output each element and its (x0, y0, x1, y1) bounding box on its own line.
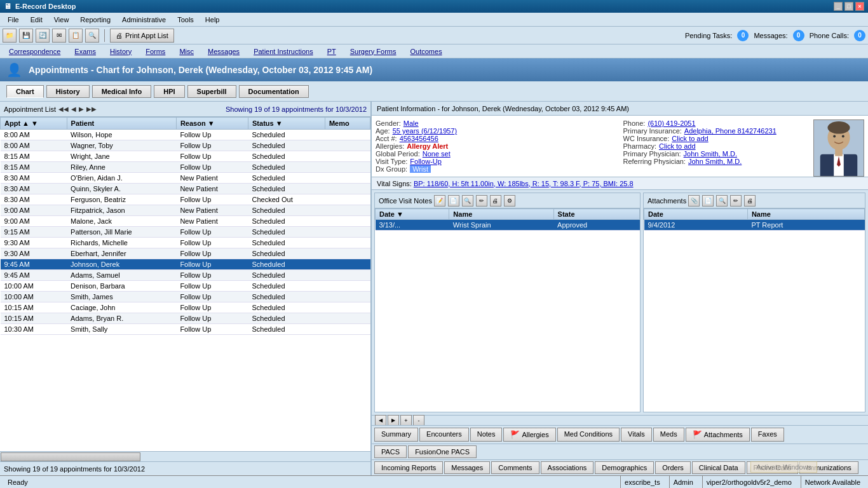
tab-chart[interactable]: Chart (6, 85, 44, 98)
btab-notes[interactable]: Notes (470, 428, 503, 442)
extra-btn-2[interactable]: - (413, 415, 424, 426)
menu-view[interactable]: View (49, 15, 74, 25)
att-btn-3[interactable]: 🔍 (716, 195, 728, 207)
visit-type-value[interactable]: Follow-Up (410, 158, 442, 165)
toolbar-btn-6[interactable]: 🔍 (85, 29, 99, 43)
gender-value[interactable]: Male (403, 119, 419, 127)
btab-pacs[interactable]: PACS (374, 445, 407, 458)
table-row[interactable]: 10:15 AM Adams, Bryan R. Follow Up Sched… (1, 313, 370, 324)
btab-attachments[interactable]: 🚩Attachments (686, 428, 750, 442)
nav-pt[interactable]: PT (321, 46, 342, 57)
menu-file[interactable]: File (3, 15, 24, 25)
ovn-col-name[interactable]: Name (449, 209, 553, 220)
menu-tools[interactable]: Tools (172, 15, 199, 25)
btab-summary[interactable]: Summary (374, 428, 418, 442)
ovn-btn-4[interactable]: ✏ (476, 195, 487, 207)
toolbar-btn-5[interactable]: 📋 (69, 29, 83, 43)
allergies-value[interactable]: Allergy Alert (407, 142, 448, 150)
btab-clinical-data[interactable]: Clinical Data (692, 461, 745, 474)
menu-reporting[interactable]: Reporting (75, 15, 116, 25)
nav-exams[interactable]: Exams (68, 46, 102, 57)
ovn-btn-5[interactable]: 🖨 (490, 195, 501, 207)
att-btn-1[interactable]: 📎 (688, 195, 700, 207)
btab-incoming-reports[interactable]: Incoming Reports (374, 461, 443, 474)
col-reason[interactable]: Reason ▼ (176, 118, 248, 130)
dx-group-value[interactable]: Wrist (410, 165, 431, 173)
att-col-date[interactable]: Date (644, 209, 748, 220)
primary-phys-value[interactable]: John Smith, M.D. (684, 150, 737, 158)
nav-patient-instructions[interactable]: Patient Instructions (247, 46, 320, 57)
ovn-btn-6[interactable]: ⚙ (504, 195, 515, 207)
tab-hpi[interactable]: HPI (154, 85, 184, 98)
toolbar-btn-3[interactable]: 🔄 (36, 29, 50, 43)
btab-messages[interactable]: Messages (444, 461, 490, 474)
nav-misc[interactable]: Misc (173, 46, 200, 57)
table-row[interactable]: 9:30 AM Richards, Michelle Follow Up Sch… (1, 238, 370, 248)
print-appt-button[interactable]: 🖨 Print Appt List (110, 29, 174, 43)
btab-associations[interactable]: Associations (541, 461, 594, 474)
phone-calls-count[interactable]: 0 (854, 30, 865, 41)
nav-correspondence[interactable]: Correspondence (3, 46, 67, 57)
age-value[interactable]: 55 years (6/12/1957) (393, 127, 458, 135)
tab-medical-info[interactable]: Medical Info (92, 85, 152, 98)
table-row[interactable]: 9:45 AM Johnson, Derek Follow Up Schedul… (1, 259, 370, 270)
nav-prev[interactable]: ◀ (71, 105, 76, 112)
col-memo[interactable]: Memo (325, 118, 370, 130)
menu-edit[interactable]: Edit (25, 15, 48, 25)
maximize-button[interactable]: □ (844, 2, 853, 11)
phone-value[interactable]: (610) 419-2051 (648, 119, 695, 127)
btab-orders[interactable]: Orders (655, 461, 691, 474)
table-row[interactable]: 10:00 AM Smith, James Follow Up Schedule… (1, 292, 370, 302)
btab-meds[interactable]: Meds (653, 428, 684, 442)
wc-ins-value[interactable]: Click to add (672, 135, 708, 142)
acct-value[interactable]: 4563456456 (400, 135, 438, 142)
table-row[interactable]: 8:00 AM Wilson, Hope Follow Up Scheduled (1, 130, 370, 140)
table-row[interactable]: 9:30 AM Eberhart, Jennifer Follow Up Sch… (1, 248, 370, 259)
ovn-col-state[interactable]: State (553, 209, 639, 220)
ovn-btn-2[interactable]: 📄 (448, 195, 459, 207)
table-row[interactable]: 8:30 AM Quinn, Skyler A. New Patient Sch… (1, 184, 370, 194)
menu-help[interactable]: Help (200, 15, 225, 25)
scroll-left[interactable]: ◀ (375, 415, 386, 426)
table-row[interactable]: 8:15 AM Riley, Anne Follow Up Scheduled (1, 162, 370, 173)
btab-vitals[interactable]: Vitals (621, 428, 652, 442)
btab-demographics[interactable]: Demographics (595, 461, 654, 474)
btab-encounters[interactable]: Encounters (419, 428, 469, 442)
referring-phys-value[interactable]: John Smith, M.D. (688, 158, 742, 165)
nav-next[interactable]: ▶ (79, 105, 84, 112)
btab-fusionone-pacs[interactable]: FusionOne PACS (408, 445, 477, 458)
nav-messages[interactable]: Messages (201, 46, 246, 57)
extra-btn-1[interactable]: + (400, 415, 412, 426)
ovn-btn-1[interactable]: 📝 (434, 195, 445, 207)
nav-history[interactable]: History (104, 46, 138, 57)
btab-allergies[interactable]: 🚩Allergies (503, 428, 555, 442)
toolbar-btn-2[interactable]: 💾 (19, 29, 33, 43)
col-patient[interactable]: Patient (67, 118, 176, 130)
table-row[interactable]: 8:15 AM Wright, Jane Follow Up Scheduled (1, 151, 370, 162)
table-row[interactable]: 9:45 AM Adams, Samuel Follow Up Schedule… (1, 270, 370, 281)
menu-administrative[interactable]: Administrative (117, 15, 171, 25)
tab-history[interactable]: History (46, 85, 90, 98)
col-status[interactable]: Status ▼ (248, 118, 325, 130)
nav-forms[interactable]: Forms (139, 46, 172, 57)
nav-surgery-forms[interactable]: Surgery Forms (344, 46, 403, 57)
btab-faxes[interactable]: Faxes (751, 428, 784, 442)
table-row[interactable]: 8:30 AM Ferguson, Beatriz Follow Up Chec… (1, 194, 370, 205)
btab-med-conditions[interactable]: Med Conditions (557, 428, 620, 442)
titlebar-controls[interactable]: _ □ × (834, 2, 864, 11)
btab-comments[interactable]: Comments (491, 461, 539, 474)
table-row[interactable]: 8:00 AM Wagner, Toby Follow Up Scheduled (1, 140, 370, 151)
nav-first[interactable]: ◀◀ (58, 105, 69, 112)
table-row[interactable]: 10:15 AM Caciage, John Follow Up Schedul… (1, 302, 370, 313)
nav-outcomes[interactable]: Outcomes (404, 46, 449, 57)
ovn-btn-3[interactable]: 🔍 (462, 195, 473, 207)
tab-documentation[interactable]: Documentation (239, 85, 309, 98)
horizontal-scrollbar[interactable] (0, 451, 370, 461)
table-row[interactable]: 10:00 AM Denison, Barbara Follow Up Sche… (1, 281, 370, 292)
ovn-col-date[interactable]: Date ▼ (376, 209, 449, 220)
ovn-row[interactable]: 3/13/... Wrist Sprain Approved (376, 220, 640, 231)
close-button[interactable]: × (855, 2, 864, 11)
vital-signs-value[interactable]: BP: 118/60, H: 5ft 11.00in, W: 185lbs, R… (414, 180, 634, 187)
table-row[interactable]: 9:00 AM Fitzpatrick, Jason New Patient S… (1, 205, 370, 216)
table-row[interactable]: 9:15 AM Patterson, Jill Marie Follow Up … (1, 227, 370, 238)
